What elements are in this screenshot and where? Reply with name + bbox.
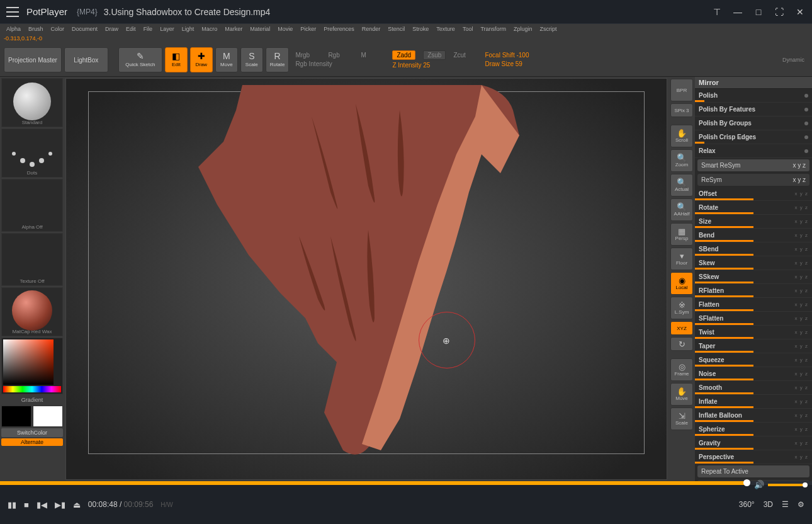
zcut-label[interactable]: Zcut [453, 52, 478, 59]
draw-size-label[interactable]: Draw Size 59 [485, 60, 522, 67]
polish-polish-crisp-edges[interactable]: Polish Crisp Edges [695, 130, 812, 144]
seek-bar[interactable]: 🔊 [0, 481, 812, 485]
menu-movie[interactable]: Movie [275, 26, 295, 32]
menu-stencil[interactable]: Stencil [385, 26, 407, 32]
deform-noise[interactable]: Noisex y z [695, 367, 812, 381]
rotate-button[interactable]: RRotate [266, 47, 290, 72]
deform-sskew[interactable]: SSkewx y z [695, 270, 812, 284]
brush-thumbnail[interactable]: Standard [1, 78, 63, 127]
deform-sflatten[interactable]: SFlattenx y z [695, 312, 812, 326]
pin-icon[interactable]: ⊤ [711, 6, 723, 18]
deform-smooth[interactable]: Smoothx y z [695, 381, 812, 395]
move-view-button[interactable]: ✋Move [670, 383, 693, 406]
deform-inflate[interactable]: Inflatex y z [695, 395, 812, 409]
menu-file[interactable]: File [141, 26, 155, 32]
deform-inflate-balloon[interactable]: Inflate Balloonx y z [695, 409, 812, 423]
gradient-label[interactable]: Gradient [1, 396, 63, 404]
menu-brush[interactable]: Brush [26, 26, 46, 32]
polish-relax[interactable]: Relax [695, 144, 812, 158]
scroll-button[interactable]: ✋Scroll [670, 125, 693, 147]
edit-button[interactable]: ◧Edit [165, 47, 188, 72]
menu-document[interactable]: Document [69, 26, 100, 32]
switch-color-button[interactable]: SwitchColor [1, 428, 63, 437]
rgb-intensity-label[interactable]: Rgb Intensity [295, 60, 332, 67]
xyz-button[interactable]: XYZ [670, 321, 693, 335]
deform-sbend[interactable]: SBendx y z [695, 242, 812, 256]
zadd-button[interactable]: Zadd [392, 50, 415, 60]
volume-icon[interactable]: 🔊 [754, 480, 764, 489]
360-button[interactable]: 360° [739, 500, 755, 509]
menu-texture[interactable]: Texture [434, 26, 458, 32]
actual-button[interactable]: 🔍Actual [670, 174, 693, 196]
menu-marker[interactable]: Marker [222, 26, 245, 32]
menu-stroke[interactable]: Stroke [410, 26, 431, 32]
canvas-viewport[interactable]: ⊕ [65, 78, 667, 480]
zsub-button[interactable]: Zsub [423, 50, 446, 60]
volume-control[interactable]: 🔊 [754, 480, 806, 489]
menu-icon[interactable] [6, 7, 19, 17]
dynamic-label[interactable]: Dynamic [782, 57, 804, 63]
projection-master-button[interactable]: Projection Master [4, 47, 62, 72]
rgb-label[interactable]: Rgb [328, 52, 353, 59]
z-intensity-label[interactable]: Z Intensity 25 [392, 62, 430, 69]
move-button[interactable]: MMove [215, 47, 238, 72]
close-icon[interactable]: ✕ [794, 6, 806, 18]
color-swatches[interactable] [1, 406, 63, 427]
fullscreen-icon[interactable]: ⛶ [774, 6, 785, 18]
alternate-button[interactable]: Alternate [1, 438, 63, 446]
menu-color[interactable]: Color [48, 26, 67, 32]
deform-twist[interactable]: Twistx y z [695, 326, 812, 339]
stop-button[interactable]: ■ [24, 500, 29, 510]
playlist-button[interactable]: ☰ [782, 500, 789, 509]
mrgb-label[interactable]: Mrgb [295, 52, 320, 59]
settings-button[interactable]: ⚙ [798, 500, 804, 509]
menu-layer[interactable]: Layer [157, 26, 177, 32]
play-pause-button[interactable]: ▮▮ [8, 500, 16, 510]
deform-flatten[interactable]: Flattenx y z [695, 298, 812, 312]
focal-shift-label[interactable]: Focal Shift -100 [485, 52, 529, 59]
menu-picker[interactable]: Picker [298, 26, 319, 32]
menu-alpha[interactable]: Alpha [4, 26, 23, 32]
texture-thumbnail[interactable]: Texture Off [1, 233, 63, 286]
deform-taper[interactable]: Taperx y z [695, 339, 812, 353]
deform-gravity[interactable]: Gravityx y z [695, 436, 812, 450]
zoom-button[interactable]: 🔍Zoom [670, 149, 693, 172]
deform-rflatten[interactable]: RFlattenx y z [695, 284, 812, 298]
aahalf-button[interactable]: 🔍AAHalf [670, 198, 693, 221]
repeat-active-button[interactable]: Repeat To Active [697, 465, 809, 477]
floor-button[interactable]: ▾Floor [670, 248, 693, 270]
draw-button[interactable]: ✚Draw [190, 47, 213, 72]
m-label[interactable]: M [361, 52, 386, 59]
menu-preferences[interactable]: Preferences [321, 26, 357, 32]
deform-size[interactable]: Sizex y z [695, 215, 812, 229]
scale-view-button[interactable]: ⇲Scale [670, 407, 693, 430]
3d-button[interactable]: 3D [764, 500, 773, 509]
deform-skew[interactable]: Skewx y z [695, 256, 812, 270]
deform-rotate[interactable]: Rotatex y z [695, 201, 812, 215]
minimize-icon[interactable]: — [732, 6, 743, 18]
next-button[interactable]: ▶▮ [55, 500, 65, 510]
spix-button[interactable]: SPix 3 [670, 103, 693, 117]
eject-button[interactable]: ⏏ [73, 500, 81, 510]
deform-bend[interactable]: Bendx y z [695, 229, 812, 242]
menu-edit[interactable]: Edit [123, 26, 138, 32]
polish-polish-by-features[interactable]: Polish By Features [695, 103, 812, 117]
menu-material[interactable]: Material [247, 26, 273, 32]
deform-spherize[interactable]: Spherizex y z [695, 423, 812, 436]
persp-button[interactable]: ▦Persp [670, 223, 693, 246]
menu-transform[interactable]: Transform [478, 26, 509, 32]
local-button[interactable]: ◉Local [670, 272, 693, 295]
stroke-thumbnail[interactable]: Dots [1, 128, 63, 178]
lightbox-button[interactable]: LightBox [64, 47, 108, 72]
mirror-header[interactable]: Mirror [695, 77, 812, 89]
menu-macro[interactable]: Macro [199, 26, 220, 32]
menu-zscript[interactable]: Zscript [538, 26, 560, 32]
alpha-thumbnail[interactable]: Alpha Off [1, 179, 63, 232]
menu-tool[interactable]: Tool [460, 26, 476, 32]
bpr-button[interactable]: BPR [670, 79, 693, 101]
frame-button[interactable]: ◎Frame [670, 358, 693, 381]
material-thumbnail[interactable]: MatCap Red Wax [1, 287, 63, 336]
color-picker[interactable] [1, 338, 63, 394]
polish-polish[interactable]: Polish [695, 89, 812, 103]
lsym-button[interactable]: ※L.Sym [670, 297, 693, 319]
